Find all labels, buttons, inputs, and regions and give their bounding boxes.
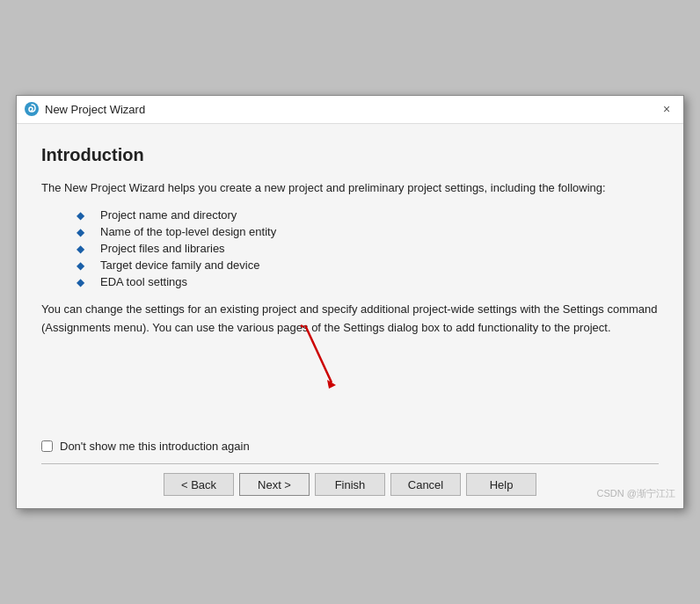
bullet-text-5: EDA tool settings (100, 275, 187, 288)
body-paragraph: You can change the settings for an exist… (41, 301, 659, 338)
bullet-icon-2: ◆ (77, 226, 84, 238)
checkbox-row: Don't show me this introduction again (41, 440, 659, 453)
bullet-text-1: Project name and directory (100, 208, 237, 222)
bottom-area: Don't show me this introduction again < … (17, 431, 683, 508)
checkbox-label: Don't show me this introduction again (60, 440, 250, 453)
wizard-icon (24, 101, 40, 117)
finish-button[interactable]: Finish (315, 473, 385, 496)
dont-show-checkbox[interactable] (41, 440, 53, 452)
list-item: ◆ Name of the top-level design entity (41, 225, 659, 238)
intro-paragraph: The New Project Wizard helps you create … (41, 179, 659, 197)
close-button[interactable]: × (657, 99, 676, 119)
title-bar-text: New Project Wizard (45, 103, 145, 116)
page-heading: Introduction (41, 145, 659, 165)
divider (41, 463, 659, 464)
watermark: CSDN @渐宁江江 (597, 487, 675, 500)
spacer (41, 364, 659, 417)
next-button[interactable]: Next > (239, 473, 310, 496)
content-area: Introduction The New Project Wizard help… (17, 124, 683, 431)
bullet-text-2: Name of the top-level design entity (100, 225, 276, 238)
button-row: < Back Next > Finish Cancel Help (41, 473, 659, 508)
bullet-text-3: Project files and libraries (100, 242, 225, 255)
cancel-button[interactable]: Cancel (390, 473, 461, 496)
list-item: ◆ Target device family and device (41, 258, 659, 272)
help-button[interactable]: Help (466, 473, 536, 496)
bullet-icon-4: ◆ (77, 259, 84, 272)
bullet-icon-5: ◆ (77, 276, 84, 288)
bullet-icon-1: ◆ (77, 209, 84, 222)
bullet-list: ◆ Project name and directory ◆ Name of t… (41, 208, 659, 288)
bullet-text-4: Target device family and device (100, 258, 259, 272)
bullet-icon-3: ◆ (77, 243, 84, 255)
list-item: ◆ EDA tool settings (41, 275, 659, 288)
wizard-window: New Project Wizard × Introduction The Ne… (16, 95, 684, 509)
title-bar: New Project Wizard × (17, 96, 683, 124)
title-bar-left: New Project Wizard (24, 101, 145, 117)
list-item: ◆ Project name and directory (41, 208, 659, 222)
back-button[interactable]: < Back (164, 473, 234, 496)
list-item: ◆ Project files and libraries (41, 242, 659, 255)
